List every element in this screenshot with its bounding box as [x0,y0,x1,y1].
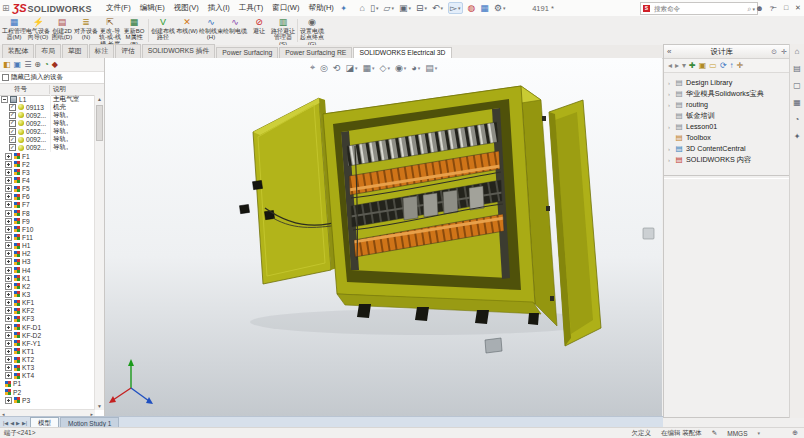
chevron-down-icon[interactable]: ▾ [418,65,421,71]
expand-icon[interactable] [5,185,12,192]
ribbon-tab[interactable]: 草图 [62,44,88,58]
tree-row[interactable]: KF1 [0,299,95,307]
sheet-nav-arrow-icon[interactable]: ◀ [10,420,14,426]
ribbon-tab[interactable]: 标注 [89,44,115,58]
tree-row[interactable]: KT3 [0,364,95,372]
tree-row[interactable]: H1 [0,242,95,250]
electrical-cabinet-model[interactable] [105,58,662,418]
library-toolbar-icon[interactable]: ⟳ [720,61,727,70]
expand-icon[interactable] [5,193,12,200]
library-toolbar-icon[interactable]: ◂ [668,61,672,70]
ribbon-button[interactable]: ∿ 绘制电缆 [223,16,247,45]
library-toolbar-icon[interactable]: ▭ [709,61,717,70]
tree-row[interactable]: KF3 [0,315,95,323]
tree-row[interactable]: K3 [0,290,95,298]
task-pane-tab-icon[interactable]: ◔ [795,115,800,124]
tree-row[interactable]: K1 [0,274,95,282]
chevron-down-icon[interactable]: ▾ [387,65,390,71]
ribbon-tab[interactable]: Power Surfacing [216,47,278,58]
column-header-description[interactable]: 说明 [50,85,104,94]
chevron-down-icon[interactable]: ▾ [372,65,375,71]
ribbon-button[interactable]: ▦ 工程管理器(M) [2,16,26,45]
row-checkbox[interactable] [9,136,16,143]
login-icon[interactable]: ☻ [755,4,763,13]
menu-item[interactable]: 编辑(E) [140,3,165,13]
expand-icon[interactable] [5,348,12,355]
column-header-symbol[interactable]: 符号 [0,85,50,94]
expand-icon[interactable] [5,397,12,404]
expand-icon[interactable] [5,210,12,217]
app-grid-icon[interactable]: ⊞ [2,3,10,13]
library-tree-item[interactable]: › ▤ Design Library [664,77,789,88]
expand-icon[interactable] [5,299,12,306]
floating-handle-box[interactable] [643,228,654,239]
chevron-down-icon[interactable]: ▾ [458,5,461,11]
tree-row[interactable]: KT1 [0,347,95,355]
expand-icon[interactable] [5,364,12,371]
chevron-down-icon[interactable]: ▾ [355,65,358,71]
tree-row[interactable]: H3 [0,258,95,266]
view-toolbar-button[interactable]: ▦ ▾ [363,63,375,73]
view-toolbar-button[interactable]: ◇ ▾ [380,63,390,73]
quick-access-button[interactable]: ⊟ ▾ [416,3,427,13]
expand-icon[interactable] [5,372,12,379]
library-tree-item[interactable]: › ▤ Toolbox [664,132,789,143]
ribbon-tab[interactable]: SOLIDWORKS Electrical 3D [353,47,451,58]
expand-icon[interactable] [5,332,12,339]
ribbon-button[interactable] [148,19,149,42]
chevron-down-icon[interactable]: ▾ [376,5,379,11]
chevron-down-icon[interactable]: ▾ [435,65,438,71]
quick-access-button[interactable]: ▦ ▾ [480,3,489,13]
library-tree-item[interactable]: › ▤ 3D ContentCentral [664,143,789,154]
ribbon-button[interactable]: ⊘ 避让 [247,16,271,45]
ribbon-button[interactable] [297,19,298,42]
view-toolbar-button[interactable]: ⌖ ▾ [310,62,315,73]
panel-toolbar-icon[interactable]: ☰ [24,60,31,69]
tree-row[interactable]: F10 [0,225,95,233]
row-checkbox[interactable] [9,120,16,127]
units-selector[interactable]: MMGS [727,430,747,437]
expand-icon[interactable] [5,258,12,265]
tree-row[interactable]: KF2 [0,307,95,315]
expand-icon[interactable] [5,356,12,363]
quick-access-button[interactable]: ▻ ▾ [448,2,462,14]
chevron-down-icon[interactable]: ▾ [408,5,411,11]
tree-row[interactable]: F1 [0,152,95,160]
library-toolbar-icon[interactable]: ▸ [675,61,679,70]
pane-splitter[interactable] [664,175,789,179]
view-toolbar-button[interactable]: ◪ ▾ [345,63,357,73]
window-control-button[interactable]: □ [782,4,790,12]
tree-row[interactable]: F8 [0,209,95,217]
tree-row[interactable]: F3 [0,168,95,176]
scroll-up-icon[interactable]: ▲ [95,95,104,103]
expand-icon[interactable] [5,307,12,314]
row-checkbox[interactable] [9,144,16,151]
expand-icon[interactable] [5,218,12,225]
ribbon-tab[interactable]: 布局 [35,44,61,58]
tree-row[interactable]: F5 [0,185,95,193]
scroll-down-icon[interactable]: ▼ [95,402,104,410]
library-toolbar-icon[interactable]: ▣ [699,61,707,70]
task-pane-tab-icon[interactable]: ▢ [793,81,801,90]
panel-toolbar-icon[interactable]: ◧ [3,60,11,69]
expand-icon[interactable] [5,169,12,176]
sheet-nav-arrow-icon[interactable]: ▶ [16,420,20,426]
view-toolbar-button[interactable]: ◕ ▾ [411,63,420,73]
library-toolbar-icon[interactable]: ✚ [689,61,696,70]
expand-icon[interactable] [5,315,12,322]
tree-row[interactable]: F6 [0,193,95,201]
row-checkbox[interactable] [9,112,16,119]
search-icon[interactable]: ⌕ [748,5,752,13]
expand-icon[interactable] [5,242,12,249]
ribbon-button[interactable]: ≣ 对齐设备(N) [74,16,98,45]
expand-icon[interactable] [1,96,8,103]
checkbox-icon[interactable] [2,74,9,81]
ribbon-tab[interactable]: 评估 [115,44,141,58]
menu-item[interactable]: 帮助(H) [308,3,333,13]
menu-item[interactable]: 工具(T) [239,3,264,13]
task-pane-tab-icon[interactable]: ⌂ [795,47,800,56]
collapse-pane-icon[interactable]: « [667,47,671,56]
task-pane-tab-icon[interactable]: ▤ [793,64,801,73]
tree-row[interactable]: H2 [0,250,95,258]
view-toolbar-button[interactable]: ▤ ▾ [425,63,437,73]
